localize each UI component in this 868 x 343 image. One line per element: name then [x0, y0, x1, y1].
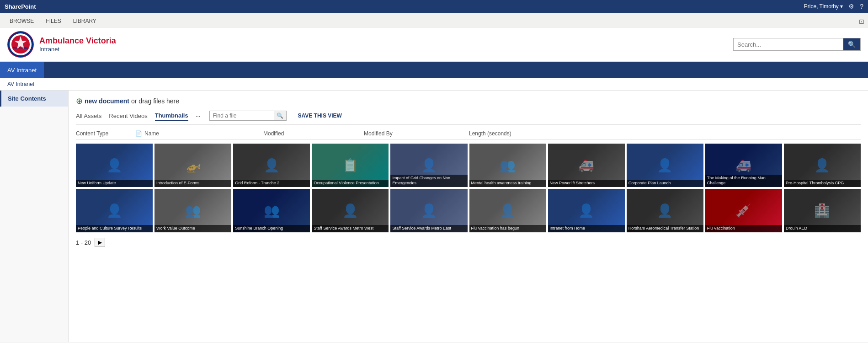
- user-name[interactable]: Price, Timothy: [804, 3, 843, 10]
- thumb-figure-icon: 👤: [421, 158, 437, 173]
- thumbnail-item[interactable]: 🚑The Making of the Running Man Challenge: [705, 144, 782, 187]
- brand-text: Ambulance Victoria Intranet: [39, 36, 116, 53]
- sharepoint-app-name: SharePoint: [5, 3, 36, 10]
- sidebar: Site Contents: [0, 91, 69, 342]
- maximize-icon[interactable]: ⊡: [859, 18, 864, 25]
- thumbnail-label: New Uniform Update: [76, 180, 153, 187]
- find-file-input[interactable]: [210, 111, 274, 120]
- col-file-icon: 📄: [135, 130, 144, 137]
- col-length: Length (seconds): [469, 130, 511, 137]
- ribbon-tabs-bar: BROWSE FILES LIBRARY ⊡: [0, 13, 868, 27]
- thumbnail-item[interactable]: 👤Intranet from Home: [548, 189, 625, 232]
- sharepoint-top-bar: SharePoint Price, Timothy ⚙ ?: [0, 0, 868, 13]
- thumbnail-label: Introduction of E-Forms: [154, 180, 231, 187]
- search-button[interactable]: 🔍: [843, 38, 860, 50]
- ribbon-tabs-left: BROWSE FILES LIBRARY: [4, 14, 102, 27]
- thumb-figure-icon: 👤: [107, 158, 122, 173]
- thumbnail-item[interactable]: 👤Corporate Plan Launch: [627, 144, 703, 187]
- tab-files[interactable]: FILES: [40, 14, 67, 27]
- search-input[interactable]: [734, 39, 843, 50]
- thumbnail-item[interactable]: 🏥Drouin AED: [784, 189, 861, 232]
- page-range: 1 - 20: [76, 239, 91, 246]
- thumbnail-label: Sunshine Branch Opening: [233, 225, 310, 232]
- thumbnail-label: Staff Service Awards Metro West: [312, 225, 389, 232]
- thumbnail-item[interactable]: 👤Staff Service Awards Metro East: [390, 189, 467, 232]
- thumbnails-grid: 👤New Uniform Update🚁Introduction of E-Fo…: [76, 144, 861, 232]
- toolbar-row: All Assets Recent Videos Thumbnails ··· …: [76, 111, 861, 125]
- svg-text:VICTORIA: VICTORIA: [13, 46, 28, 49]
- thumbnail-item[interactable]: 👤Pre-Hospital Thrombolysis CPG: [784, 144, 861, 187]
- thumbnail-item[interactable]: 👤Staff Service Awards Metro West: [312, 189, 389, 232]
- col-name: Name: [144, 130, 263, 137]
- brand-name: Ambulance Victoria: [39, 36, 116, 46]
- save-view-button[interactable]: SAVE THIS VIEW: [298, 113, 341, 119]
- col-modified-by: Modified By: [364, 130, 469, 137]
- branding-bar: VICTORIA Ambulance Victoria Intranet 🔍: [0, 27, 868, 62]
- thumbnail-label: Impact of Grid Changes on Non Emergencie…: [390, 175, 467, 187]
- thumbnail-item[interactable]: 👤Horsham Aeromedical Transfer Station: [627, 189, 703, 232]
- tab-thumbnails[interactable]: Thumbnails: [155, 111, 188, 121]
- main-layout: Site Contents ⊕ new document or drag fil…: [0, 91, 868, 342]
- tab-browse[interactable]: BROWSE: [4, 14, 40, 27]
- thumbnail-item[interactable]: 👤Flu Vaccination has begun: [469, 189, 546, 232]
- find-file-button[interactable]: 🔍: [274, 111, 286, 120]
- thumbnail-item[interactable]: 👥Work Value Outcome: [154, 189, 231, 232]
- breadcrumb-link[interactable]: AV Intranet: [7, 81, 34, 87]
- thumbnail-item[interactable]: 👤People and Culture Survey Results: [76, 189, 153, 232]
- new-doc-row: ⊕ new document or drag files here: [76, 96, 861, 106]
- search-box[interactable]: 🔍: [733, 38, 861, 51]
- thumbnail-label: The Making of the Running Man Challenge: [705, 175, 782, 187]
- thumbnail-item[interactable]: 👤Grid Reform - Tranche 2: [233, 144, 310, 187]
- thumb-figure-icon: 👤: [342, 203, 358, 218]
- thumb-figure-icon: 🏥: [814, 203, 830, 218]
- thumbnail-item[interactable]: 👤Impact of Grid Changes on Non Emergenci…: [390, 144, 467, 187]
- thumb-figure-icon: 👥: [264, 203, 280, 218]
- tab-library[interactable]: LIBRARY: [67, 14, 102, 27]
- thumb-figure-icon: 📋: [342, 158, 358, 173]
- tab-recent-videos[interactable]: Recent Videos: [109, 112, 147, 120]
- thumb-figure-icon: 👤: [814, 158, 830, 173]
- content-area: ⊕ new document or drag files here All As…: [69, 91, 868, 342]
- next-page-button[interactable]: ▶: [95, 238, 105, 247]
- new-doc-drag-text: or drag files here: [131, 97, 179, 105]
- new-document-link[interactable]: new document: [85, 97, 129, 105]
- find-file-box[interactable]: 🔍: [209, 111, 287, 121]
- new-doc-icon[interactable]: ⊕: [76, 96, 83, 106]
- thumb-figure-icon: 🚑: [578, 158, 594, 173]
- thumbnail-label: Occupational Violence Presentation: [312, 180, 389, 187]
- thumbnail-item[interactable]: 👤New Uniform Update: [76, 144, 153, 187]
- col-modified: Modified: [263, 130, 364, 137]
- sidebar-item-site-contents[interactable]: Site Contents: [0, 91, 68, 107]
- thumbnail-item[interactable]: 👥Mental health awareness training: [469, 144, 546, 187]
- thumb-figure-icon: 🚑: [735, 158, 751, 173]
- thumbnail-label: Work Value Outcome: [154, 225, 231, 232]
- thumb-figure-icon: 👥: [185, 203, 201, 218]
- thumbnail-item[interactable]: 👥Sunshine Branch Opening: [233, 189, 310, 232]
- thumbnail-label: Flu Vaccination: [705, 225, 782, 232]
- thumb-figure-icon: 👤: [657, 158, 673, 173]
- thumb-figure-icon: 👤: [578, 203, 594, 218]
- thumbnail-item[interactable]: 🚑New Powerlift Stretchers: [548, 144, 625, 187]
- thumb-figure-icon: 👤: [421, 203, 437, 218]
- org-logo: VICTORIA: [7, 31, 34, 58]
- thumbnail-item[interactable]: 💉Flu Vaccination: [705, 189, 782, 232]
- thumb-figure-icon: 👤: [264, 158, 280, 173]
- thumbnail-label: Drouin AED: [784, 225, 861, 232]
- thumbnail-item[interactable]: 📋Occupational Violence Presentation: [312, 144, 389, 187]
- thumb-figure-icon: 👤: [500, 203, 516, 218]
- thumbnail-label: Grid Reform - Tranche 2: [233, 180, 310, 187]
- nav-item-av-intranet[interactable]: AV Intranet: [0, 62, 44, 78]
- thumbnail-item[interactable]: 🚁Introduction of E-Forms: [154, 144, 231, 187]
- thumbnail-label: Staff Service Awards Metro East: [390, 225, 467, 232]
- thumbnail-label: People and Culture Survey Results: [76, 225, 153, 232]
- column-headers: Content Type 📄 Name Modified Modified By…: [76, 129, 861, 140]
- help-icon[interactable]: ?: [860, 3, 863, 10]
- tab-more[interactable]: ···: [196, 113, 201, 119]
- nav-bar: AV Intranet: [0, 62, 868, 78]
- thumbnail-label: Mental health awareness training: [469, 180, 546, 187]
- col-content-type: Content Type: [76, 130, 135, 137]
- tab-all-assets[interactable]: All Assets: [76, 112, 101, 120]
- thumbnail-label: Intranet from Home: [548, 225, 625, 232]
- gear-icon[interactable]: ⚙: [848, 3, 854, 10]
- thumbnail-label: New Powerlift Stretchers: [548, 180, 625, 187]
